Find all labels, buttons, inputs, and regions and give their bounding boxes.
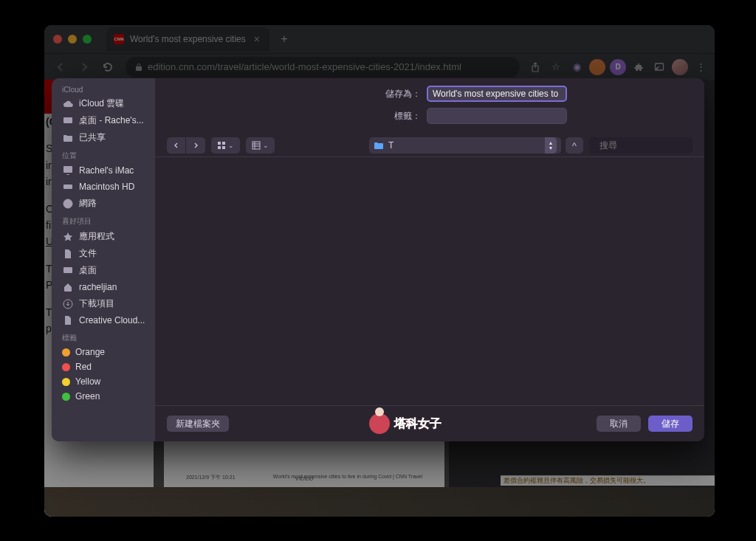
tag-dot-icon: [62, 393, 70, 401]
sidebar-section-icloud: iCloud: [52, 81, 155, 95]
sidebar-tag-green[interactable]: Green: [52, 389, 155, 404]
svg-rect-5: [63, 166, 72, 173]
sidebar-item-desktop[interactable]: 桌面: [52, 262, 155, 279]
sidebar-item-downloads[interactable]: 下載項目: [52, 295, 155, 312]
folder-path-dropdown[interactable]: T ▲▼: [369, 137, 561, 154]
doc-icon: [62, 314, 74, 326]
sidebar-tag-yellow[interactable]: Yellow: [52, 374, 155, 389]
svg-rect-15: [252, 142, 260, 149]
save-dialog-footer: 新建檔案夾 塔科女子 取消 儲存: [155, 405, 704, 441]
hdd-icon: [62, 181, 74, 193]
watermark-icon: [369, 413, 390, 434]
tag-dot-icon: [62, 378, 70, 386]
home-icon: [62, 281, 74, 293]
chevron-updown-icon: ▲▼: [545, 137, 557, 154]
folder-icon: [374, 140, 384, 151]
sidebar-item-icloud-drive[interactable]: iCloud 雲碟: [52, 95, 155, 112]
sidebar-section-favorites: 喜好項目: [52, 212, 155, 228]
sidebar-item-creative-cloud[interactable]: Creative Cloud...: [52, 312, 155, 328]
sidebar-section-tags: 標籤: [52, 328, 155, 345]
group-mode-button[interactable]: ⌄: [246, 137, 275, 154]
tag-dot-icon: [62, 348, 70, 356]
save-dialog-main: 儲存為： 標籤： ⌄ ⌄ T: [155, 78, 704, 441]
desktop-icon: [62, 115, 74, 127]
svg-rect-13: [218, 146, 221, 149]
sidebar-item-macintosh-hd[interactable]: Macintosh HD: [52, 179, 155, 195]
forward-folder-button[interactable]: [186, 137, 205, 154]
save-file-dialog: iCloud iCloud 雲碟 桌面 - Rache's... 已共享 位置 …: [52, 78, 704, 441]
tags-input[interactable]: [427, 108, 567, 124]
svg-rect-4: [63, 117, 72, 123]
tags-label: 標籤：: [170, 110, 421, 123]
svg-point-7: [70, 186, 72, 187]
imac-icon: [62, 165, 74, 176]
sidebar-section-locations: 位置: [52, 146, 155, 162]
download-icon: [62, 298, 74, 310]
sidebar-item-desktop-icloud[interactable]: 桌面 - Rache's...: [52, 112, 155, 129]
save-dialog-sidebar: iCloud iCloud 雲碟 桌面 - Rache's... 已共享 位置 …: [52, 78, 155, 441]
svg-rect-9: [63, 267, 72, 273]
cancel-button[interactable]: 取消: [597, 416, 641, 432]
shared-folder-icon: [62, 132, 74, 144]
svg-rect-14: [222, 146, 225, 149]
sidebar-item-home[interactable]: racheljian: [52, 279, 155, 295]
file-list-area[interactable]: [155, 157, 704, 405]
sidebar-item-network[interactable]: 網路: [52, 195, 155, 212]
save-button[interactable]: 儲存: [648, 416, 693, 432]
tag-dot-icon: [62, 363, 70, 371]
cloud-icon: [62, 98, 74, 110]
doc-icon: [62, 248, 74, 260]
save-as-label: 儲存為：: [170, 88, 421, 100]
desktop-icon: [62, 265, 74, 277]
view-mode-button[interactable]: ⌄: [211, 137, 240, 154]
back-folder-button[interactable]: [167, 137, 186, 154]
sidebar-item-applications[interactable]: 應用程式: [52, 228, 155, 245]
search-field[interactable]: [589, 137, 693, 154]
collapse-dialog-button[interactable]: ^: [566, 137, 583, 154]
save-as-input[interactable]: [427, 86, 567, 102]
svg-rect-11: [218, 142, 221, 145]
sidebar-item-imac[interactable]: Rachel's iMac: [52, 162, 155, 179]
watermark: 塔科女子: [369, 413, 441, 434]
sidebar-tag-orange[interactable]: Orange: [52, 345, 155, 359]
sidebar-item-shared[interactable]: 已共享: [52, 129, 155, 146]
save-dialog-toolbar: ⌄ ⌄ T ▲▼ ^: [155, 134, 704, 157]
globe-icon: [62, 198, 74, 210]
new-folder-button[interactable]: 新建檔案夾: [167, 416, 229, 432]
sidebar-tag-red[interactable]: Red: [52, 359, 155, 374]
app-icon: [62, 231, 74, 243]
nav-history-segment: [167, 137, 205, 154]
search-input[interactable]: [599, 140, 704, 151]
sidebar-item-documents[interactable]: 文件: [52, 245, 155, 262]
svg-rect-12: [222, 142, 225, 145]
